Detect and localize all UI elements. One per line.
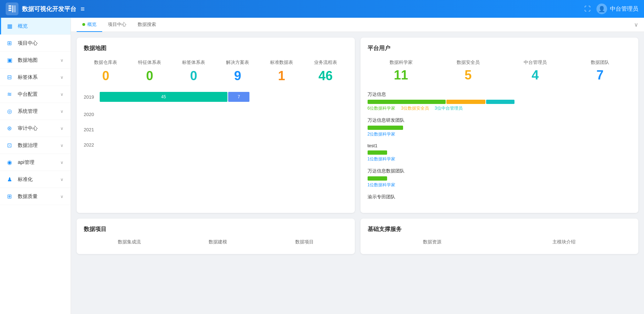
sidebar-item-apimanage[interactable]: ◉ api管理 ∨ xyxy=(0,154,71,171)
datagovernance-icon: ⊡ xyxy=(7,142,14,149)
overview-icon: ▦ xyxy=(7,23,14,29)
test1-sublabel[interactable]: 1位数据科学家 xyxy=(368,156,632,162)
user-stat-scientist: 数据科学家 11 xyxy=(390,59,413,83)
datamap-chart: 2019 45 7 2020 2021 2022 xyxy=(84,92,348,170)
stat-standard: 标准数据表 1 xyxy=(270,59,293,83)
user-stat-team-label: 数据团队 xyxy=(591,59,609,66)
users-stats-row: 数据科学家 11 数据安全员 5 中台管理员 4 数据团队 7 xyxy=(368,59,632,83)
sidebar-item-datagovernance[interactable]: ⊡ 数据治理 ∨ xyxy=(0,137,71,154)
midconfig-icon: ≋ xyxy=(7,91,14,98)
team-wanda-rnd: 万达信息研发团队 2位数据科学家 xyxy=(368,117,632,137)
stat-business-label: 业务流程表 xyxy=(314,59,337,66)
legend-midadmin[interactable]: 3位中台管理员 xyxy=(435,105,463,111)
sidebar-label-overview: 概览 xyxy=(18,23,64,29)
sidebar-item-dataquality[interactable]: ⊞ 数据质量 ∨ xyxy=(0,188,71,205)
user-stat-midadmin-label: 中台管理员 xyxy=(524,59,547,66)
logo-icon xyxy=(6,2,18,15)
sidebar-label-standardize: 标准化 xyxy=(18,176,60,183)
tab-project[interactable]: 项目中心 xyxy=(102,18,132,32)
sidebar-item-standardize[interactable]: ♟ 标准化 ∨ xyxy=(0,171,71,188)
svg-rect-1 xyxy=(9,7,11,9)
logo: 数据可视化开发平台 xyxy=(6,2,76,15)
team-test1-bars xyxy=(368,150,632,155)
chevron-down-icon-6: ∨ xyxy=(60,143,64,148)
sysmanage-icon: ◎ xyxy=(7,108,14,115)
stat-warehouse-value: 0 xyxy=(94,68,117,83)
datamap-card-title: 数据地图 xyxy=(84,45,348,52)
svg-rect-0 xyxy=(9,5,11,7)
user-stat-security-label: 数据安全员 xyxy=(457,59,480,66)
stat-business-value: 46 xyxy=(314,68,337,83)
stat-feature: 特征体系表 0 xyxy=(138,59,161,83)
team-wanda-info-name: 万达信息 xyxy=(368,91,632,98)
user-menu[interactable]: 👤 中台管理员 xyxy=(596,4,638,14)
sidebar-label-datamap: 数据地图 xyxy=(18,57,60,64)
stat-tag-label: 标签体系表 xyxy=(182,59,205,66)
bar-blue-2019: 7 xyxy=(228,92,249,102)
svg-rect-3 xyxy=(12,5,13,12)
chevron-down-icon-9: ∨ xyxy=(60,194,64,199)
sidebar-item-project[interactable]: ⊞ 项目中心 xyxy=(0,35,71,52)
chart-year-2019: 2019 xyxy=(84,94,100,100)
tab-bar-collapse-icon[interactable]: ∨ xyxy=(634,21,638,28)
data-project-card: 数据项目 数据集成流 数据建模 数据项目 xyxy=(77,219,355,254)
chart-row-2021: 2021 xyxy=(84,127,348,132)
team-test1-name: test1 xyxy=(368,143,632,148)
fullscreen-icon[interactable]: ⛶ xyxy=(584,5,591,13)
header-right: ⛶ 👤 中台管理员 xyxy=(584,4,638,14)
tab-datasearch[interactable]: 数据搜索 xyxy=(132,18,162,32)
tab-datasearch-label: 数据搜索 xyxy=(138,21,156,28)
wanda-data-sublabel[interactable]: 1位数据科学家 xyxy=(368,182,632,188)
legend-scientist[interactable]: 6位数据科学家 xyxy=(368,105,396,111)
team-wanda-data-bars xyxy=(368,176,632,181)
menu-toggle-icon[interactable]: ≡ xyxy=(81,5,85,13)
chevron-down-icon-2: ∨ xyxy=(60,75,64,80)
sidebar-label-sysmanage: 系统管理 xyxy=(18,108,60,115)
team-demo: 渝示专田团队 xyxy=(368,194,632,200)
basic-support-label-1: 主模块介绍 xyxy=(552,239,576,245)
tab-overview-label: 概览 xyxy=(87,21,97,28)
sidebar-item-datamap[interactable]: ▣ 数据地图 ∨ xyxy=(0,52,71,69)
tab-overview[interactable]: 概览 xyxy=(77,18,102,32)
team-wanda-info: 万达信息 6位数据科学家 3位数据安全员 3位中台管理员 xyxy=(368,91,632,111)
test1-bar-green xyxy=(368,150,387,155)
stat-standard-value: 1 xyxy=(270,68,293,83)
data-project-labels: 数据集成流 数据建模 数据项目 xyxy=(84,239,348,245)
basic-support-label-0: 数据资源 xyxy=(423,239,441,245)
chart-year-2022: 2022 xyxy=(84,142,100,148)
user-stat-scientist-label: 数据科学家 xyxy=(390,59,413,66)
chevron-down-icon-3: ∨ xyxy=(60,92,64,97)
sidebar-label-auditcenter: 审计中心 xyxy=(18,125,60,132)
stat-tag-value: 0 xyxy=(182,68,205,83)
sidebar-item-auditcenter[interactable]: ⊛ 审计中心 ∨ xyxy=(0,120,71,137)
sidebar-label-tagsystem: 标签体系 xyxy=(18,74,60,81)
user-stat-scientist-value: 11 xyxy=(390,68,413,83)
stat-feature-value: 0 xyxy=(138,68,161,83)
chevron-down-icon-4: ∨ xyxy=(60,109,64,114)
apimanage-icon: ◉ xyxy=(7,159,14,166)
chart-bars-2019: 45 7 xyxy=(100,92,348,102)
sidebar-item-sysmanage[interactable]: ◎ 系统管理 ∨ xyxy=(0,103,71,120)
legend-security[interactable]: 3位数据安全员 xyxy=(401,105,429,111)
stat-business: 业务流程表 46 xyxy=(314,59,337,83)
user-stat-midadmin-value: 4 xyxy=(524,68,547,83)
sidebar-item-tagsystem[interactable]: ⊟ 标签体系 ∨ xyxy=(0,69,71,86)
team-wanda-rnd-name: 万达信息研发团队 xyxy=(368,117,632,123)
wanda-rnd-bar-green xyxy=(368,126,403,130)
chart-row-2022: 2022 xyxy=(84,142,348,148)
user-stat-team-value: 7 xyxy=(591,68,609,83)
chevron-down-icon: ∨ xyxy=(60,58,64,63)
sidebar-item-midconfig[interactable]: ≋ 中台配置 ∨ xyxy=(0,86,71,103)
team-demo-name: 渝示专田团队 xyxy=(368,194,632,200)
tagsystem-icon: ⊟ xyxy=(7,74,14,81)
team-wanda-rnd-bars xyxy=(368,126,632,130)
sidebar-item-overview[interactable]: ▦ 概览 xyxy=(0,18,71,35)
datamap-card: 数据地图 数据仓库表 0 特征体系表 0 标签体系表 0 解决方案表 9 xyxy=(77,38,355,213)
datamap-stats-row: 数据仓库表 0 特征体系表 0 标签体系表 0 解决方案表 9 标准数据表 xyxy=(84,59,348,83)
sidebar-label-datagovernance: 数据治理 xyxy=(18,142,60,149)
wanda-rnd-sublabel[interactable]: 2位数据科学家 xyxy=(368,131,632,137)
standardize-icon: ♟ xyxy=(7,176,14,183)
bar-green-2019: 45 xyxy=(100,92,227,102)
team-wanda-data: 万达信息数据团队 1位数据科学家 xyxy=(368,168,632,188)
svg-rect-4 xyxy=(14,5,16,12)
